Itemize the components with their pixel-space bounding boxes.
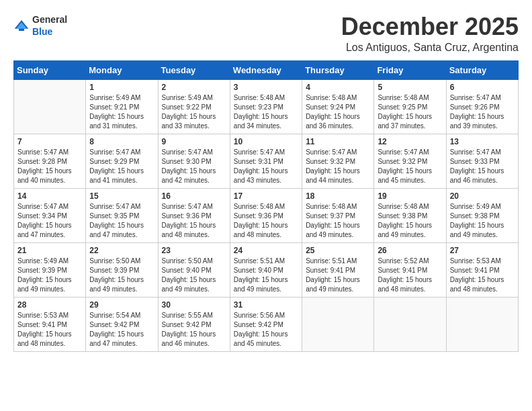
calendar-cell: 15Sunrise: 5:47 AM Sunset: 9:35 PM Dayli… xyxy=(86,188,158,242)
day-info: Sunrise: 5:48 AM Sunset: 9:37 PM Dayligh… xyxy=(306,202,370,240)
day-number: 26 xyxy=(378,246,442,255)
day-number: 27 xyxy=(450,246,515,255)
day-info: Sunrise: 5:56 AM Sunset: 9:42 PM Dayligh… xyxy=(234,311,298,349)
calendar-cell: 21Sunrise: 5:49 AM Sunset: 9:39 PM Dayli… xyxy=(14,242,86,297)
weekday-header: Wednesday xyxy=(230,60,302,79)
day-number: 30 xyxy=(162,300,226,310)
calendar-cell: 14Sunrise: 5:47 AM Sunset: 9:34 PM Dayli… xyxy=(14,188,86,242)
calendar-cell: 24Sunrise: 5:51 AM Sunset: 9:40 PM Dayli… xyxy=(230,242,302,297)
day-info: Sunrise: 5:51 AM Sunset: 9:41 PM Dayligh… xyxy=(306,257,370,294)
day-info: Sunrise: 5:49 AM Sunset: 9:21 PM Dayligh… xyxy=(89,93,154,131)
calendar-cell: 29Sunrise: 5:54 AM Sunset: 9:42 PM Dayli… xyxy=(86,297,158,351)
calendar-cell: 4Sunrise: 5:48 AM Sunset: 9:24 PM Daylig… xyxy=(302,79,374,134)
day-info: Sunrise: 5:48 AM Sunset: 9:24 PM Dayligh… xyxy=(306,93,370,131)
day-info: Sunrise: 5:49 AM Sunset: 9:38 PM Dayligh… xyxy=(450,202,515,240)
calendar-week-row: 1Sunrise: 5:49 AM Sunset: 9:21 PM Daylig… xyxy=(14,79,519,134)
day-info: Sunrise: 5:54 AM Sunset: 9:42 PM Dayligh… xyxy=(89,311,154,349)
month-title: December 2025 xyxy=(341,13,519,40)
day-info: Sunrise: 5:51 AM Sunset: 9:40 PM Dayligh… xyxy=(234,257,298,294)
calendar-cell: 9Sunrise: 5:47 AM Sunset: 9:30 PM Daylig… xyxy=(158,134,230,188)
calendar-week-row: 7Sunrise: 5:47 AM Sunset: 9:28 PM Daylig… xyxy=(14,134,519,188)
calendar-week-row: 14Sunrise: 5:47 AM Sunset: 9:34 PM Dayli… xyxy=(14,188,519,242)
day-info: Sunrise: 5:47 AM Sunset: 9:28 PM Dayligh… xyxy=(17,148,82,185)
weekday-header: Tuesday xyxy=(158,60,230,79)
calendar-cell: 16Sunrise: 5:47 AM Sunset: 9:36 PM Dayli… xyxy=(158,188,230,242)
calendar-cell: 22Sunrise: 5:50 AM Sunset: 9:39 PM Dayli… xyxy=(86,242,158,297)
weekday-header: Thursday xyxy=(302,60,374,79)
calendar-cell: 3Sunrise: 5:48 AM Sunset: 9:23 PM Daylig… xyxy=(230,79,302,134)
calendar-cell: 19Sunrise: 5:48 AM Sunset: 9:38 PM Dayli… xyxy=(374,188,446,242)
page-header: General Blue December 2025 Los Antiguos,… xyxy=(13,13,519,54)
calendar-cell: 28Sunrise: 5:53 AM Sunset: 9:41 PM Dayli… xyxy=(14,297,86,351)
day-number: 12 xyxy=(378,137,442,146)
day-info: Sunrise: 5:49 AM Sunset: 9:22 PM Dayligh… xyxy=(162,93,226,131)
day-info: Sunrise: 5:48 AM Sunset: 9:23 PM Dayligh… xyxy=(234,93,298,131)
calendar-cell: 1Sunrise: 5:49 AM Sunset: 9:21 PM Daylig… xyxy=(86,79,158,134)
day-info: Sunrise: 5:55 AM Sunset: 9:42 PM Dayligh… xyxy=(162,311,226,349)
calendar-cell: 12Sunrise: 5:47 AM Sunset: 9:32 PM Dayli… xyxy=(374,134,446,188)
day-number: 6 xyxy=(450,83,515,92)
day-info: Sunrise: 5:47 AM Sunset: 9:31 PM Dayligh… xyxy=(234,148,298,185)
day-number: 23 xyxy=(162,246,226,255)
logo-text: General Blue xyxy=(32,13,67,38)
calendar-cell: 6Sunrise: 5:47 AM Sunset: 9:26 PM Daylig… xyxy=(446,79,518,134)
calendar-week-row: 21Sunrise: 5:49 AM Sunset: 9:39 PM Dayli… xyxy=(14,242,519,297)
calendar-cell: 13Sunrise: 5:47 AM Sunset: 9:33 PM Dayli… xyxy=(446,134,518,188)
calendar-cell xyxy=(302,297,374,351)
day-number: 3 xyxy=(234,83,298,92)
day-info: Sunrise: 5:48 AM Sunset: 9:25 PM Dayligh… xyxy=(378,93,442,131)
calendar-cell: 31Sunrise: 5:56 AM Sunset: 9:42 PM Dayli… xyxy=(230,297,302,351)
day-number: 9 xyxy=(162,137,226,146)
day-number: 20 xyxy=(450,191,515,201)
calendar-cell xyxy=(374,297,446,351)
day-info: Sunrise: 5:50 AM Sunset: 9:39 PM Dayligh… xyxy=(89,257,154,294)
day-info: Sunrise: 5:47 AM Sunset: 9:26 PM Dayligh… xyxy=(450,93,515,131)
calendar-cell: 27Sunrise: 5:53 AM Sunset: 9:41 PM Dayli… xyxy=(446,242,518,297)
weekday-header: Sunday xyxy=(14,60,86,79)
calendar-cell: 18Sunrise: 5:48 AM Sunset: 9:37 PM Dayli… xyxy=(302,188,374,242)
day-number: 14 xyxy=(17,191,82,201)
day-number: 18 xyxy=(306,191,370,201)
day-info: Sunrise: 5:47 AM Sunset: 9:36 PM Dayligh… xyxy=(162,202,226,240)
calendar-cell: 23Sunrise: 5:50 AM Sunset: 9:40 PM Dayli… xyxy=(158,242,230,297)
day-info: Sunrise: 5:48 AM Sunset: 9:36 PM Dayligh… xyxy=(234,202,298,240)
weekday-header: Saturday xyxy=(446,60,518,79)
day-number: 31 xyxy=(234,300,298,310)
calendar-cell: 25Sunrise: 5:51 AM Sunset: 9:41 PM Dayli… xyxy=(302,242,374,297)
calendar-cell: 5Sunrise: 5:48 AM Sunset: 9:25 PM Daylig… xyxy=(374,79,446,134)
calendar-week-row: 28Sunrise: 5:53 AM Sunset: 9:41 PM Dayli… xyxy=(14,297,519,351)
day-number: 1 xyxy=(89,83,154,92)
calendar-cell: 2Sunrise: 5:49 AM Sunset: 9:22 PM Daylig… xyxy=(158,79,230,134)
day-number: 7 xyxy=(17,137,82,146)
calendar-cell: 20Sunrise: 5:49 AM Sunset: 9:38 PM Dayli… xyxy=(446,188,518,242)
weekday-header: Friday xyxy=(374,60,446,79)
title-area: December 2025 Los Antiguos, Santa Cruz, … xyxy=(341,13,519,54)
day-number: 15 xyxy=(89,191,154,201)
day-info: Sunrise: 5:47 AM Sunset: 9:29 PM Dayligh… xyxy=(89,148,154,185)
day-number: 4 xyxy=(306,83,370,92)
day-number: 16 xyxy=(162,191,226,201)
weekday-header: Monday xyxy=(86,60,158,79)
day-info: Sunrise: 5:47 AM Sunset: 9:34 PM Dayligh… xyxy=(17,202,82,240)
calendar-cell: 7Sunrise: 5:47 AM Sunset: 9:28 PM Daylig… xyxy=(14,134,86,188)
day-info: Sunrise: 5:47 AM Sunset: 9:35 PM Dayligh… xyxy=(89,202,154,240)
day-number: 5 xyxy=(378,83,442,92)
day-number: 29 xyxy=(89,300,154,310)
day-info: Sunrise: 5:49 AM Sunset: 9:39 PM Dayligh… xyxy=(17,257,82,294)
calendar-cell xyxy=(446,297,518,351)
day-number: 2 xyxy=(162,83,226,92)
day-info: Sunrise: 5:47 AM Sunset: 9:32 PM Dayligh… xyxy=(378,148,442,185)
logo-icon xyxy=(13,19,30,32)
day-number: 19 xyxy=(378,191,442,201)
day-info: Sunrise: 5:52 AM Sunset: 9:41 PM Dayligh… xyxy=(378,257,442,294)
calendar-cell: 8Sunrise: 5:47 AM Sunset: 9:29 PM Daylig… xyxy=(86,134,158,188)
day-info: Sunrise: 5:53 AM Sunset: 9:41 PM Dayligh… xyxy=(17,311,82,349)
calendar-cell: 17Sunrise: 5:48 AM Sunset: 9:36 PM Dayli… xyxy=(230,188,302,242)
location-title: Los Antiguos, Santa Cruz, Argentina xyxy=(341,42,519,54)
day-number: 10 xyxy=(234,137,298,146)
day-number: 22 xyxy=(89,246,154,255)
day-number: 25 xyxy=(306,246,370,255)
day-info: Sunrise: 5:47 AM Sunset: 9:33 PM Dayligh… xyxy=(450,148,515,185)
day-number: 8 xyxy=(89,137,154,146)
day-info: Sunrise: 5:47 AM Sunset: 9:30 PM Dayligh… xyxy=(162,148,226,185)
